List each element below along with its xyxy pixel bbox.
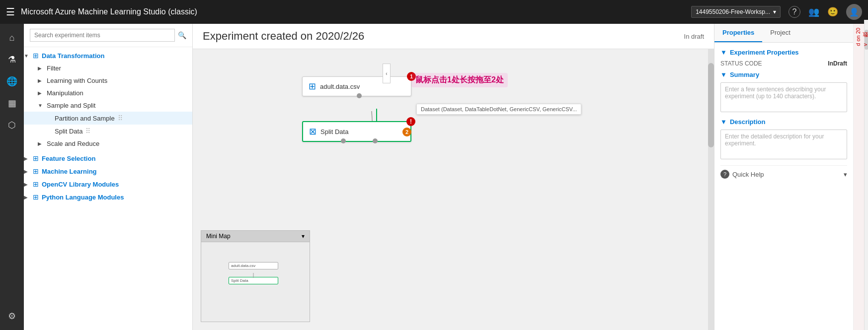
workspace-chevron-icon: ▾ (773, 8, 776, 15)
quick-help-row[interactable]: ? Quick Help ▾ (720, 165, 847, 183)
adult-data-label: adult.data.csv (320, 83, 360, 90)
data-transformation-label: Data Transformation (42, 52, 188, 60)
main-layout: ⌂ ⚗ 🌐 ▦ ⬡ ⚙ 🔍 ▼ ⊞ Data Transformation ▶ … (0, 24, 868, 330)
partition-and-sample-label: Partition and Sample (55, 115, 115, 122)
filter-label: Filter (47, 65, 61, 72)
sidebar-item-python[interactable]: ▶ ⊞ Python Language Modules (24, 191, 192, 203)
split-data-node-label: Split Data (320, 128, 348, 135)
feature-selection-label: Feature Selection (42, 155, 188, 162)
sidebar-item-manipulation[interactable]: ▶ Manipulation (24, 87, 192, 99)
canvas-status: In draft (684, 33, 704, 40)
split-port-left[interactable] (341, 138, 346, 143)
mini-map: Mini Map ▾ adult.data.csv Split Data (201, 230, 310, 322)
search-icon[interactable]: 🔍 (178, 31, 186, 39)
feedback-icon[interactable]: 🙂 (827, 6, 838, 17)
canvas-scrollbar[interactable] (708, 49, 714, 330)
status-text: In draft (684, 33, 704, 40)
split-data-label: Split Data (55, 128, 82, 135)
drag-handle-sd: ⠿ (85, 127, 90, 135)
sidebar-item-data-transformation[interactable]: ▼ ⊞ Data Transformation (24, 49, 192, 62)
quick-help-label: Quick Help (732, 171, 764, 178)
workspace-selector[interactable]: 1449550206-Free-Worksp... ▾ (691, 6, 781, 18)
summary-textarea[interactable]: Enter a few sentences describing your ex… (720, 82, 847, 112)
icon-bar-globe[interactable]: 🌐 (2, 71, 22, 91)
sidebar-item-learning-with-counts[interactable]: ▶ Learning with Counts (24, 74, 192, 87)
python-label: Python Language Modules (42, 194, 188, 201)
description-textarea[interactable]: Enter the detailed description for your … (720, 130, 847, 159)
sidebar-item-feature-selection[interactable]: ▶ ⊞ Feature Selection (24, 152, 192, 165)
expand-icon-fs: ▶ (24, 156, 30, 161)
opencv-icon: ⊞ (33, 180, 39, 188)
far-right-text: d on 20v 数if row用了何评开"TrMode (854, 24, 868, 50)
annotation-text: 鼠标点击1处长按拖至2处 (411, 73, 508, 87)
manipulation-label: Manipulation (47, 89, 83, 97)
icon-bar-grid[interactable]: ▦ (2, 93, 22, 113)
sidebar-item-split-data[interactable]: Split Data ⠿ (24, 125, 192, 137)
expand-icon-py: ▶ (24, 195, 30, 200)
expand-icon-sar: ▶ (38, 141, 44, 146)
split-data-node[interactable]: ⊠ Split Data ! (302, 121, 411, 142)
topbar: ☰ Microsoft Azure Machine Learning Studi… (0, 0, 868, 24)
avatar[interactable]: 👤 (846, 4, 862, 20)
drag-handle-pas: ⠿ (118, 114, 123, 122)
python-icon: ⊞ (33, 193, 39, 201)
sidebar-item-scale-and-reduce[interactable]: ▶ Scale and Reduce (24, 137, 192, 150)
sidebar: 🔍 ▼ ⊞ Data Transformation ▶ Filter ▶ Lea… (24, 24, 193, 330)
users-icon[interactable]: 👥 (808, 6, 819, 17)
mini-map-content: adult.data.csv Split Data (201, 242, 310, 322)
icon-bar-cube[interactable]: ⬡ (2, 115, 22, 135)
description-title: Description (730, 118, 766, 126)
expand-icon-ml: ▶ (24, 169, 30, 174)
right-panel: Properties Project ▼ Experiment Properti… (714, 24, 853, 330)
split-data-icon: ⊠ (309, 126, 316, 137)
node-port-bottom[interactable] (357, 93, 362, 98)
sidebar-item-sample-and-split[interactable]: ▼ Sample and Split (24, 99, 192, 112)
sidebar-item-opencv[interactable]: ▶ ⊞ OpenCV Library Modules (24, 178, 192, 191)
quick-help-icon: ? (720, 170, 729, 179)
error-badge: ! (406, 117, 415, 126)
hamburger-icon[interactable]: ☰ (6, 6, 15, 18)
split-port-right[interactable] (373, 138, 378, 143)
experiment-title: Experiment created on 2020/2/26 (203, 30, 364, 43)
right-panel-tabs: Properties Project (714, 24, 853, 43)
sidebar-item-filter[interactable]: ▶ Filter (24, 62, 192, 74)
expand-icon-manip: ▶ (38, 90, 44, 96)
mini-adult-data: adult.data.csv (229, 262, 278, 269)
dataset-icon: ⊞ (309, 81, 316, 92)
icon-bar-flask[interactable]: ⚗ (2, 50, 22, 69)
workspace-label: 1449550206-Free-Worksp... (696, 8, 770, 15)
icon-bar-home[interactable]: ⌂ (2, 28, 22, 48)
adult-data-node[interactable]: ⊞ adult.data.csv 1 (302, 76, 411, 96)
data-transformation-icon: ⊞ (33, 52, 39, 60)
desc-collapse-icon[interactable]: ▼ (720, 118, 727, 126)
mini-split-data: Split Data (229, 277, 278, 284)
topbar-right: 1449550206-Free-Worksp... ▾ ? 👥 🙂 👤 (691, 4, 862, 20)
summary-placeholder: Enter a few sentences describing your ex… (725, 86, 826, 100)
mini-map-expand-icon[interactable]: ▾ (302, 233, 305, 240)
mini-map-label: Mini Map (206, 233, 231, 240)
expand-icon: ▼ (24, 53, 30, 59)
description-placeholder: Enter the detailed description for your … (725, 133, 824, 147)
canvas-content[interactable]: ⊞ adult.data.csv 1 鼠标点击1处长按拖至2处 Dataset … (193, 49, 714, 330)
sidebar-item-machine-learning[interactable]: ▶ ⊞ Machine Learning (24, 165, 192, 178)
icon-bar-gear[interactable]: ⚙ (2, 306, 22, 326)
status-code-value: InDraft (828, 60, 847, 67)
experiment-properties-section: ▼ Experiment Properties (720, 49, 847, 56)
tooltip-text: Dataset (Dataset, DataTableDotNet, Gener… (421, 106, 577, 112)
machine-learning-icon: ⊞ (33, 167, 39, 175)
exp-props-collapse-icon[interactable]: ▼ (720, 49, 727, 56)
tab-properties[interactable]: Properties (714, 24, 762, 42)
sidebar-item-partition-and-sample[interactable]: Partition and Sample ⠿ (24, 112, 192, 125)
node-badge-2: 2 (402, 128, 411, 136)
app-title: Microsoft Azure Machine Learning Studio … (21, 7, 685, 16)
sidebar-collapse-button[interactable]: ‹ (383, 64, 391, 83)
mini-map-header[interactable]: Mini Map ▾ (201, 231, 310, 242)
summary-collapse-icon[interactable]: ▼ (720, 71, 727, 78)
sidebar-tree: ▼ ⊞ Data Transformation ▶ Filter ▶ Learn… (24, 47, 192, 330)
tooltip-box: Dataset (Dataset, DataTableDotNet, Gener… (416, 104, 581, 115)
search-input[interactable] (30, 29, 175, 42)
tab-project[interactable]: Project (762, 24, 798, 42)
expand-icon-lwc: ▶ (38, 78, 44, 83)
description-section: ▼ Description (720, 118, 847, 126)
help-icon[interactable]: ? (789, 6, 800, 18)
